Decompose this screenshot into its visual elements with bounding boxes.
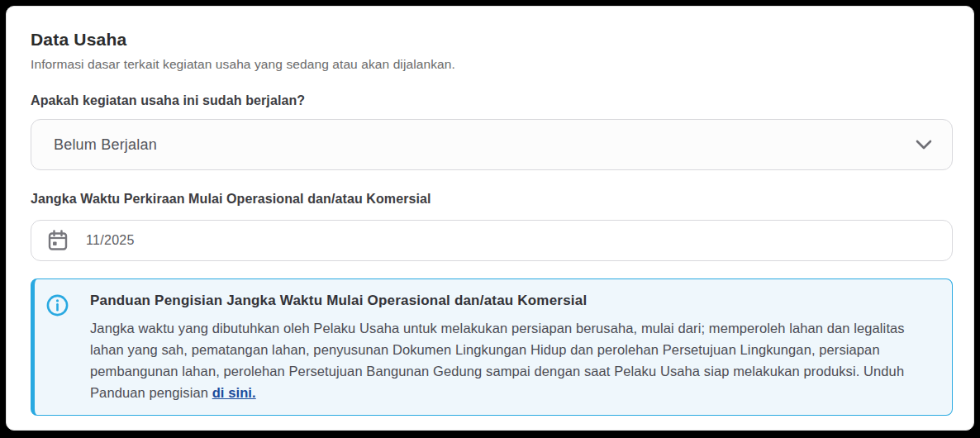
page-title: Data Usaha <box>31 30 951 50</box>
download-guide-link[interactable]: di sini. <box>212 385 256 400</box>
info-icon <box>46 294 69 317</box>
infobox-content: Panduan Pengisian Jangka Waktu Mulai Ope… <box>90 293 929 403</box>
start-period-input[interactable]: 11/2025 <box>31 220 953 261</box>
chevron-down-icon <box>916 140 932 150</box>
page-subtitle: Informasi dasar terkait kegiatan usaha y… <box>31 57 951 72</box>
data-usaha-card: Data Usaha Informasi dasar terkait kegia… <box>6 6 974 431</box>
business-running-select[interactable]: Belum Berjalan <box>31 119 953 170</box>
guidance-infobox: Panduan Pengisian Jangka Waktu Mulai Ope… <box>31 279 953 416</box>
infobox-title: Panduan Pengisian Jangka Waktu Mulai Ope… <box>90 293 929 309</box>
start-period-value: 11/2025 <box>86 233 135 248</box>
infobox-body: Jangka waktu yang dibutuhkan oleh Pelaku… <box>90 317 929 403</box>
field-label-business-running: Apakah kegiatan usaha ini sudah berjalan… <box>31 93 951 108</box>
field-label-start-period: Jangka Waktu Perkiraan Mulai Operasional… <box>31 192 951 207</box>
calendar-icon <box>48 230 68 251</box>
business-running-select-value: Belum Berjalan <box>54 136 916 154</box>
